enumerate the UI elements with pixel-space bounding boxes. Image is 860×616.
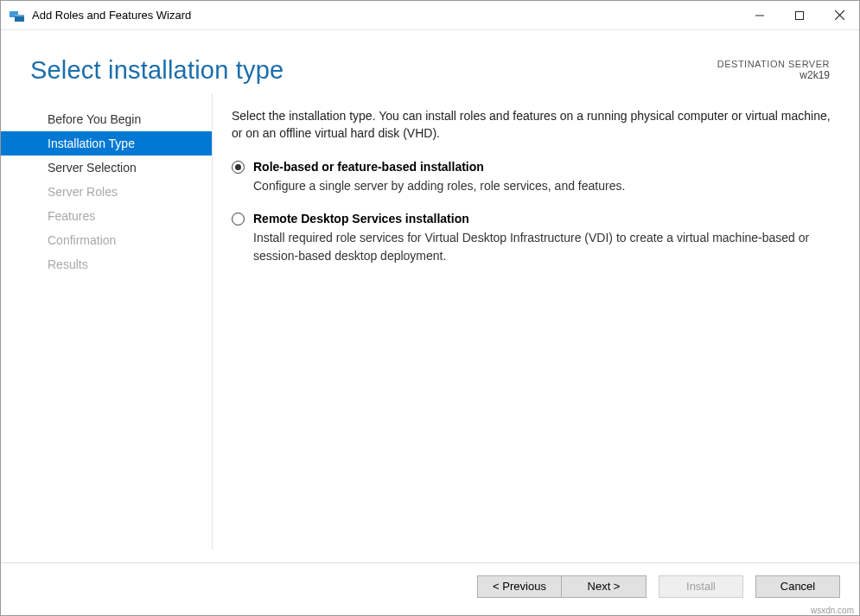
destination-server-value: w2k19: [717, 69, 830, 81]
option-role-based-desc: Configure a single server by adding role…: [253, 177, 625, 194]
title-bar: Add Roles and Features Wizard: [1, 1, 859, 30]
step-server-roles: Server Roles: [1, 180, 212, 204]
previous-button[interactable]: < Previous: [477, 575, 562, 598]
destination-server-info: DESTINATION SERVER w2k19: [717, 59, 830, 81]
wizard-steps-sidebar: Before You Begin Installation Type Serve…: [1, 93, 213, 549]
cancel-button[interactable]: Cancel: [755, 575, 840, 598]
svg-rect-4: [796, 11, 804, 19]
option-role-based-title: Role-based or feature-based installation: [253, 158, 625, 175]
step-installation-type[interactable]: Installation Type: [1, 131, 212, 156]
close-button[interactable]: [819, 1, 859, 30]
step-confirmation: Confirmation: [1, 228, 212, 252]
step-before-you-begin[interactable]: Before You Begin: [1, 107, 212, 131]
window-title: Add Roles and Features Wizard: [32, 9, 740, 22]
page-title: Select installation type: [30, 56, 717, 85]
radio-role-based[interactable]: [232, 161, 245, 174]
wizard-footer: < Previous Next > Install Cancel: [1, 562, 859, 602]
step-results: Results: [1, 252, 212, 276]
watermark: wsxdn.com: [811, 606, 854, 615]
page-header: Select installation type DESTINATION SER…: [1, 30, 859, 93]
svg-rect-2: [15, 15, 24, 16]
step-features: Features: [1, 204, 212, 228]
step-server-selection[interactable]: Server Selection: [1, 156, 212, 180]
minimize-button[interactable]: [740, 1, 780, 30]
option-rds[interactable]: Remote Desktop Services installation Ins…: [232, 210, 833, 264]
wizard-content: Select the installation type. You can in…: [223, 93, 859, 549]
next-button[interactable]: Next >: [562, 575, 647, 598]
option-rds-title: Remote Desktop Services installation: [253, 210, 833, 227]
radio-rds[interactable]: [232, 213, 245, 225]
install-button: Install: [659, 575, 743, 598]
option-rds-desc: Install required role services for Virtu…: [253, 229, 833, 264]
intro-text: Select the installation type. You can in…: [232, 107, 833, 143]
app-icon: [10, 8, 25, 23]
destination-server-label: DESTINATION SERVER: [717, 59, 830, 69]
option-role-based[interactable]: Role-based or feature-based installation…: [232, 158, 833, 195]
maximize-button[interactable]: [780, 1, 819, 30]
